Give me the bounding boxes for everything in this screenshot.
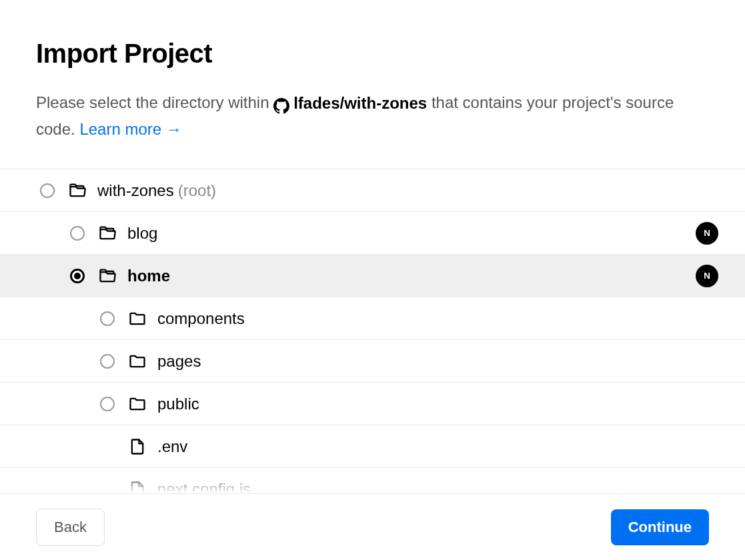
tree-item-label: .env — [157, 437, 187, 456]
tree-row-blog[interactable]: blogN — [0, 212, 745, 255]
tree-item-label: components — [157, 309, 245, 328]
svg-text:N: N — [704, 228, 710, 238]
next-badge-icon: N — [696, 265, 718, 287]
radio-button[interactable] — [100, 311, 115, 326]
folder-open-icon — [98, 267, 117, 285]
tree-row-public[interactable]: public — [0, 383, 745, 425]
learn-more-link[interactable]: Learn more → — [79, 120, 181, 138]
tree-row-pages[interactable]: pages — [0, 340, 745, 383]
page-subtitle: Please select the directory within lfade… — [36, 90, 709, 142]
footer-bar: Back Continue — [0, 493, 745, 560]
folder-icon — [128, 352, 147, 371]
tree-item-label: with-zones — [97, 181, 174, 200]
radio-button[interactable] — [100, 397, 115, 411]
tree-row-home[interactable]: homeN — [0, 255, 745, 297]
repo-name: lfades/with-zones — [293, 91, 427, 116]
tree-item-label: home — [127, 267, 170, 285]
radio-button[interactable] — [100, 354, 115, 369]
tree-item-label: public — [157, 395, 199, 413]
folder-icon — [128, 395, 147, 413]
radio-button[interactable] — [70, 226, 85, 241]
file-icon — [128, 437, 147, 456]
tree-item-suffix: (root) — [178, 181, 216, 200]
page-title: Import Project — [36, 39, 709, 69]
folder-open-icon — [98, 224, 117, 243]
tree-row-components[interactable]: components — [0, 297, 745, 340]
directory-tree: with-zones(root)blogNhomeNcomponentspage… — [0, 169, 745, 511]
tree-item-label: blog — [127, 224, 157, 243]
subtitle-prefix: Please select the directory within — [36, 93, 269, 111]
radio-button[interactable] — [40, 183, 55, 198]
tree-row--env[interactable]: .env — [0, 425, 745, 468]
repo-reference: lfades/with-zones — [273, 91, 427, 116]
tree-row-with-zones[interactable]: with-zones(root) — [0, 169, 745, 212]
github-icon — [273, 96, 289, 112]
import-header: Import Project Please select the directo… — [0, 0, 745, 169]
tree-item-label: pages — [157, 352, 201, 371]
svg-text:N: N — [704, 271, 710, 281]
radio-button[interactable] — [70, 269, 85, 283]
folder-icon — [128, 309, 147, 328]
folder-open-icon — [68, 181, 87, 200]
back-button[interactable]: Back — [36, 509, 105, 546]
continue-button[interactable]: Continue — [611, 509, 709, 545]
next-badge-icon: N — [696, 222, 718, 245]
